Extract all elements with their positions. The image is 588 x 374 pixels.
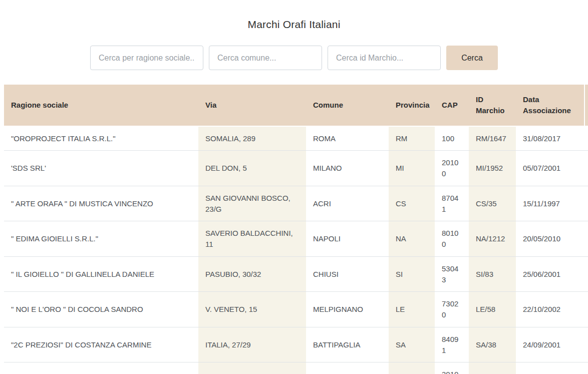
column-header-via: Via (198, 85, 306, 126)
column-header-extra (584, 85, 588, 126)
cell-provincia: VE (389, 362, 435, 374)
cell-id-marchio: RM/1647 (469, 126, 516, 151)
cell-extra (584, 126, 588, 151)
cell-id-marchio: LE/58 (469, 292, 516, 327)
cell-cap: 53043 (435, 256, 469, 292)
table-row: " NOI E L'ORO " DI COCOLA SANDRO V. VENE… (4, 292, 588, 327)
table-row: 'SDS SRL' DEL DON, 5 MILANO MI 20100 MI/… (4, 151, 588, 186)
cell-extra (584, 327, 588, 362)
cell-ragione-sociale: "2C PREZIOSI" DI COSTANZA CARMINE (4, 327, 198, 362)
cell-provincia: RM (389, 126, 435, 151)
cerca-button[interactable]: Cerca (446, 46, 498, 70)
cell-data-associazione: 15/11/1997 (516, 186, 584, 221)
cell-comune: BATTIPAGLIA (306, 327, 389, 362)
cell-data-associazione: 05/07/2001 (516, 151, 584, 186)
cell-extra (584, 292, 588, 327)
cell-comune: NAPOLI (306, 221, 389, 257)
cell-ragione-sociale: " EDIMA GIOIELLI S.R.L." (4, 221, 198, 257)
ragione-sociale-search-input[interactable] (90, 46, 203, 70)
cell-provincia: MI (389, 151, 435, 186)
cell-cap: 84091 (435, 327, 469, 362)
column-header-id-marchio: ID Marchio (469, 85, 516, 126)
cell-data-associazione: 31/08/2017 (516, 126, 584, 151)
search-bar: Cerca (0, 46, 588, 70)
table-row: " EDIMA GIOIELLI S.R.L." SAVERIO BALDACC… (4, 221, 588, 257)
cell-ragione-sociale: " IL GIOIELLO " DI GALLINELLA DANIELE (4, 256, 198, 292)
column-header-comune: Comune (306, 85, 389, 126)
table-row: " IL GIOIELLO " DI GALLINELLA DANIELE PA… (4, 256, 588, 292)
results-table-container: Ragione sociale Via Comune Provincia CAP… (4, 85, 588, 374)
cell-provincia: CS (389, 186, 435, 221)
cell-cap: 100 (435, 126, 469, 151)
table-header-row: Ragione sociale Via Comune Provincia CAP… (4, 85, 588, 126)
table-row: "2C PREZIOSI" DI COSTANZA CARMINE ITALIA… (4, 327, 588, 362)
cell-via: CANEVE, 42 (198, 362, 306, 374)
cell-comune: VENEZIA (306, 362, 389, 374)
cell-provincia: SI (389, 256, 435, 292)
column-header-cap: CAP (435, 85, 469, 126)
cell-cap: 80100 (435, 221, 469, 257)
cell-cap: 73020 (435, 292, 469, 327)
cell-extra (584, 151, 588, 186)
cell-provincia: NA (389, 221, 435, 257)
cell-id-marchio: SA/38 (469, 327, 516, 362)
cell-data-associazione: 20/05/2010 (516, 221, 584, 257)
cell-data-associazione: 25/06/2001 (516, 256, 584, 292)
cell-comune: CHIUSI (306, 256, 389, 292)
cell-data-associazione: 22/10/2002 (516, 292, 584, 327)
cell-ragione-sociale: " NOI E L'ORO " DI COCOLA SANDRO (4, 292, 198, 327)
cell-extra (584, 362, 588, 374)
comune-search-input[interactable] (209, 46, 322, 70)
column-header-ragione-sociale: Ragione sociale (4, 85, 198, 126)
column-header-data-associazione: Data Associazione (516, 85, 584, 126)
cell-via: V. VENETO, 15 (198, 292, 306, 327)
cell-ragione-sociale: "4 NOVE" DI PAVAN FRANCESCO (4, 362, 198, 374)
cell-data-associazione: 24/09/2001 (516, 327, 584, 362)
cell-extra (584, 186, 588, 221)
cell-via: DEL DON, 5 (198, 151, 306, 186)
cell-via: SAVERIO BALDACCHINI, 11 (198, 221, 306, 257)
cell-via: ITALIA, 27/29 (198, 327, 306, 362)
cell-provincia: LE (389, 292, 435, 327)
table-row: "4 NOVE" DI PAVAN FRANCESCO CANEVE, 42 V… (4, 362, 588, 374)
cell-id-marchio: MI/1952 (469, 151, 516, 186)
table-row: " ARTE ORAFA " DI MUSTICA VINCENZO SAN G… (4, 186, 588, 221)
cell-id-marchio: NA/1212 (469, 221, 516, 257)
cell-cap: 87041 (435, 186, 469, 221)
cell-cap: 30100 (435, 362, 469, 374)
cell-via: SAN GIOVANNI BOSCO, 23/G (198, 186, 306, 221)
cell-id-marchio: VE/386 (469, 362, 516, 374)
page-title: Marchi Orafi Italiani (0, 19, 588, 31)
cell-extra (584, 256, 588, 292)
results-table: Ragione sociale Via Comune Provincia CAP… (4, 85, 588, 374)
table-body: "OROPROJECT ITALIA S.R.L." SOMALIA, 289 … (4, 126, 588, 374)
table-row: "OROPROJECT ITALIA S.R.L." SOMALIA, 289 … (4, 126, 588, 151)
cell-ragione-sociale: 'SDS SRL' (4, 151, 198, 186)
cell-comune: MELPIGNANO (306, 292, 389, 327)
column-header-provincia: Provincia (389, 85, 435, 126)
cell-comune: ROMA (306, 126, 389, 151)
cell-provincia: SA (389, 327, 435, 362)
cell-extra (584, 221, 588, 257)
id-marchio-search-input[interactable] (328, 46, 441, 70)
cell-ragione-sociale: "OROPROJECT ITALIA S.R.L." (4, 126, 198, 151)
cell-via: PASUBIO, 30/32 (198, 256, 306, 292)
cell-data-associazione: 26/08/2008 (516, 362, 584, 374)
cell-id-marchio: CS/35 (469, 186, 516, 221)
cell-cap: 20100 (435, 151, 469, 186)
cell-via: SOMALIA, 289 (198, 126, 306, 151)
cell-id-marchio: SI/83 (469, 256, 516, 292)
cell-comune: ACRI (306, 186, 389, 221)
cell-ragione-sociale: " ARTE ORAFA " DI MUSTICA VINCENZO (4, 186, 198, 221)
cell-comune: MILANO (306, 151, 389, 186)
